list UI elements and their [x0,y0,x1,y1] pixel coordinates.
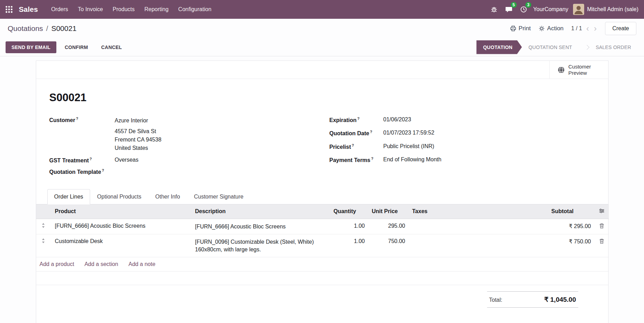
stage-sales-order[interactable]: SALES ORDER [579,40,638,54]
nav-item-orders[interactable]: Orders [46,3,73,15]
user-menu[interactable]: Mitchell Admin (sale) [573,4,638,15]
clock-icon [520,6,527,13]
apps-grid-icon [5,6,13,13]
tab-customer-signature[interactable]: Customer Signature [187,189,250,204]
create-button[interactable]: Create [605,22,636,35]
nav-item-to-invoice[interactable]: To Invoice [73,3,108,15]
field-customer: Customer? Azure Interior 4557 De Silva S… [49,116,329,152]
confirm-button[interactable]: CONFIRM [60,41,93,53]
customer-address-city: Fremont CA 94538 [115,136,161,144]
nav-item-reporting[interactable]: Reporting [140,3,173,15]
send-by-email-button[interactable]: SEND BY EMAIL [6,41,56,53]
control-panel: Quotations / S00021 Print Action [0,19,644,38]
stage-quotation-sent[interactable]: QUOTATION SENT [522,40,579,54]
stage-status-bar: QUOTATION QUOTATION SENT SALES ORDER [476,40,638,54]
breadcrumb: Quotations / S00021 [8,24,77,33]
messages-button[interactable]: 5 [504,5,514,15]
expiration-label: Expiration? [329,116,383,123]
drag-handle-icon[interactable] [41,223,48,228]
help-icon: ? [357,116,360,121]
description-column-header[interactable]: Description [192,204,330,219]
help-icon: ? [352,143,354,147]
breadcrumb-quotations-link[interactable]: Quotations [8,24,43,33]
nav-item-products[interactable]: Products [108,3,140,15]
nav-item-configuration[interactable]: Configuration [173,3,216,15]
taxes-column-header[interactable]: Taxes [409,204,548,219]
divider [36,285,608,285]
breadcrumb-current: S00021 [51,24,76,33]
form-content: Customer Preview S00021 Customer? Azure … [0,60,644,323]
pager-previous-icon[interactable]: ‹ [586,24,590,33]
control-panel-actions: Print Action 1 / 1 ‹ › Create [510,22,636,35]
notebook-tabs: Order Lines Optional Products Other Info… [36,189,608,204]
quotation-title: S00021 [49,91,595,104]
help-icon: ? [371,156,373,161]
messages-badge: 5 [511,2,517,8]
field-quotation-template: Quotation Template? [49,168,329,175]
field-quotation-date: Quotation Date? 01/07/2023 17:59:52 [329,130,595,137]
line-taxes[interactable] [409,234,548,257]
app-brand[interactable]: Sales [18,5,41,14]
print-label: Print [519,25,531,32]
pricelist-value[interactable]: Public Pricelist (INR) [383,143,435,150]
product-column-header[interactable]: Product [51,204,192,219]
gear-icon [539,25,545,32]
line-unit-price[interactable]: 295.00 [368,219,409,234]
main-menu: Orders To Invoice Products Reporting Con… [46,0,216,19]
customer-value[interactable]: Azure Interior 4557 De Silva St Fremont … [115,116,161,152]
gst-treatment-value[interactable]: Overseas [115,157,138,164]
cancel-button[interactable]: CANCEL [96,41,127,53]
globe-icon [557,66,565,74]
customer-preview-label: Customer Preview [569,64,601,76]
pager-next-icon[interactable]: › [593,24,597,33]
subtotal-column-header[interactable]: Subtotal [548,204,595,219]
notebook: Order Lines Optional Products Other Info… [49,189,595,323]
customer-name[interactable]: Azure Interior [115,116,161,125]
optional-columns-icon[interactable] [599,208,605,214]
stage-quotation[interactable]: QUOTATION [476,40,522,54]
debug-button[interactable] [489,5,499,14]
total-value: ₹ 1,045.00 [544,296,576,304]
add-a-note-link[interactable]: Add a note [128,261,155,267]
table-row[interactable]: Customizable Desk [FURN_0096] Customizab… [36,234,609,257]
customer-preview-button[interactable]: Customer Preview [549,61,608,79]
pager-value: 1 / 1 [571,25,582,32]
payment-terms-value[interactable]: End of Following Month [383,156,442,163]
pager: 1 / 1 ‹ › [571,24,597,33]
unit-price-column-header[interactable]: Unit Price [368,204,409,219]
table-row[interactable]: [FURN_6666] Acoustic Bloc Screens [FURN_… [36,219,609,234]
line-unit-price[interactable]: 750.00 [368,234,409,257]
quotation-date-value[interactable]: 01/07/2023 17:59:52 [383,130,435,137]
line-description[interactable]: [FURN_0096] Customizable Desk (Steel, Wh… [192,234,330,257]
line-quantity[interactable]: 1.00 [330,234,368,257]
action-button[interactable]: Action [539,25,564,32]
tab-order-lines[interactable]: Order Lines [47,189,90,204]
line-description[interactable]: [FURN_6666] Acoustic Bloc Screens [192,219,330,234]
drag-handle-icon[interactable] [41,238,48,243]
delete-line-icon[interactable] [599,238,605,244]
tab-other-info[interactable]: Other Info [148,189,187,204]
customer-label: Customer? [49,116,115,152]
customer-address-country: United States [115,144,161,152]
expiration-value[interactable]: 01/06/2023 [383,116,411,123]
form-status-bar: SEND BY EMAIL CONFIRM CANCEL QUOTATION Q… [0,38,644,56]
print-button[interactable]: Print [510,25,531,32]
company-switcher[interactable]: YourCompany [533,6,569,13]
totals-box: Total: ₹ 1,045.00 [487,291,578,308]
list-header-row: Product Description Quantity Unit Price … [36,204,609,219]
bug-icon [491,6,498,13]
breadcrumb-separator: / [46,24,48,33]
quotation-template-label: Quotation Template? [49,168,115,175]
line-product[interactable]: Customizable Desk [51,234,192,257]
line-quantity[interactable]: 1.00 [330,219,368,234]
list-footer-links: Add a product Add a section Add a note [36,257,609,272]
delete-line-icon[interactable] [599,223,605,229]
add-a-product-link[interactable]: Add a product [40,261,74,267]
quantity-column-header[interactable]: Quantity [330,204,368,219]
activities-button[interactable]: 3 [519,5,528,14]
tab-optional-products[interactable]: Optional Products [90,189,148,204]
add-a-section-link[interactable]: Add a section [85,261,118,267]
line-product[interactable]: [FURN_6666] Acoustic Bloc Screens [51,219,192,234]
line-taxes[interactable] [409,219,548,234]
apps-menu-button[interactable] [0,0,18,19]
